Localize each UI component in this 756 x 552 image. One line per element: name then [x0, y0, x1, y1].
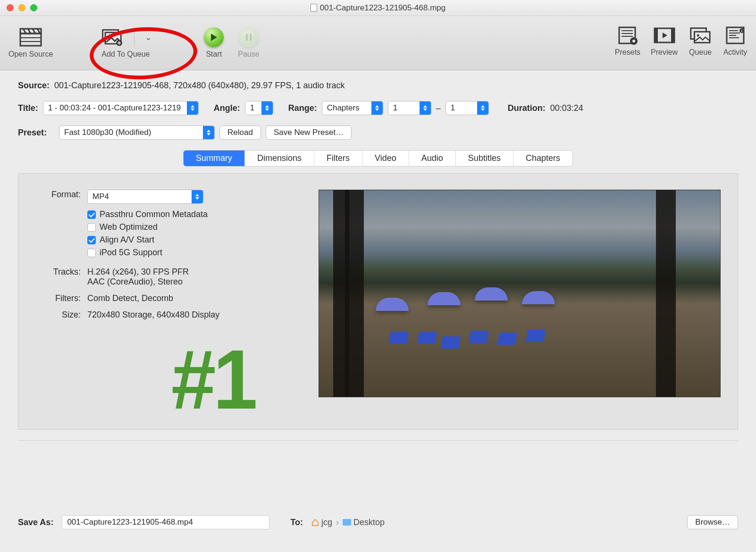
- source-row: Source: 001-Capture1223-121905-468, 720x…: [18, 81, 738, 91]
- activity-icon: i: [723, 25, 748, 45]
- duration-label: Duration:: [508, 103, 546, 113]
- start-button[interactable]: Start: [204, 27, 224, 59]
- preview-button[interactable]: Preview: [651, 25, 678, 57]
- title-config-row: Title: 1 - 00:03:24 - 001-Capture1223-12…: [18, 101, 738, 115]
- activity-button[interactable]: i Activity: [723, 25, 748, 57]
- svg-point-29: [697, 34, 699, 37]
- tab-video[interactable]: Video: [362, 151, 409, 166]
- align-av-label: Align A/V Start: [100, 235, 154, 245]
- main-content: Source: 001-Capture1223-121905-468, 720x…: [0, 70, 756, 441]
- preview-label: Preview: [651, 48, 678, 57]
- stepper-icon: [477, 101, 488, 115]
- divider: [18, 440, 738, 441]
- pause-button[interactable]: Pause: [238, 27, 259, 59]
- add-to-queue-button[interactable]: ⌄ Add To Queue: [99, 27, 152, 59]
- title-select[interactable]: 1 - 00:03:24 - 001-Capture1223-1219: [43, 101, 199, 115]
- tab-bar: Summary Dimensions Filters Video Audio S…: [18, 150, 738, 167]
- save-new-preset-label: Save New Preset…: [274, 128, 344, 137]
- source-label: Source:: [18, 81, 50, 91]
- tab-label: Audio: [421, 153, 443, 163]
- start-label: Start: [206, 50, 222, 59]
- save-as-input[interactable]: 001-Capture1223-121905-468.mp4: [62, 515, 269, 529]
- summary-size-value: 720x480 Storage, 640x480 Display: [87, 310, 300, 320]
- svg-marker-26: [663, 33, 667, 38]
- stepper-icon: [192, 190, 203, 203]
- tab-label: Subtitles: [468, 153, 501, 163]
- svg-rect-25: [671, 28, 674, 42]
- svg-point-10: [109, 34, 111, 37]
- svg-text:i: i: [741, 29, 742, 33]
- tab-subtitles[interactable]: Subtitles: [456, 151, 513, 166]
- tab-label: Video: [375, 153, 396, 163]
- range-from-select[interactable]: 1: [388, 101, 431, 115]
- queue-icon: [688, 25, 713, 45]
- window-title-text: 001-Capture1223-121905-468.mpg: [320, 3, 446, 13]
- range-to-select[interactable]: 1: [445, 101, 489, 115]
- tab-dimensions[interactable]: Dimensions: [245, 151, 314, 166]
- angle-select[interactable]: 1: [245, 101, 273, 115]
- range-label: Range:: [288, 103, 317, 113]
- summary-panel: Format: MP4 Passthru Common Metadata Web…: [18, 173, 738, 430]
- web-optimized-checkbox[interactable]: [87, 223, 96, 232]
- save-new-preset-button[interactable]: Save New Preset…: [266, 125, 352, 140]
- play-icon: [204, 27, 224, 47]
- angle-label: Angle:: [214, 103, 240, 113]
- angle-value: 1: [250, 103, 254, 113]
- folder-icon: [343, 519, 351, 526]
- video-preview: [319, 190, 721, 397]
- range-type-select[interactable]: Chapters: [322, 101, 383, 115]
- svg-rect-16: [250, 34, 252, 41]
- svg-point-22: [632, 40, 635, 42]
- toolbar: Open Source ⌄ Add To Queue Start Paus: [0, 16, 756, 70]
- format-select[interactable]: MP4: [87, 190, 203, 204]
- stepper-icon: [203, 126, 214, 139]
- summary-size-label: Size:: [35, 310, 81, 320]
- passthru-metadata-checkbox[interactable]: [87, 210, 96, 219]
- stepper-icon: [187, 101, 198, 115]
- title-select-value: 1 - 00:03:24 - 001-Capture1223-1219: [48, 103, 181, 113]
- tab-filters[interactable]: Filters: [314, 151, 362, 166]
- stepper-icon: [261, 101, 273, 115]
- preset-select[interactable]: Fast 1080p30 (Modified): [59, 125, 215, 140]
- svg-rect-28: [695, 32, 710, 42]
- pause-icon: [239, 27, 259, 47]
- open-source-button[interactable]: Open Source: [8, 27, 53, 59]
- web-optimized-label: Web Optimized: [100, 222, 158, 232]
- add-to-queue-label: Add To Queue: [101, 50, 150, 59]
- activity-label: Activity: [723, 48, 748, 57]
- clapperboard-icon: [18, 27, 43, 47]
- chevron-right-icon: ›: [336, 518, 339, 527]
- add-to-queue-icon: [99, 27, 124, 47]
- save-as-label: Save As:: [18, 518, 53, 527]
- footer: Save As: 001-Capture1223-121905-468.mp4 …: [0, 515, 756, 529]
- to-label: To:: [290, 518, 303, 527]
- svg-rect-0: [20, 33, 41, 46]
- browse-button[interactable]: Browse…: [687, 515, 738, 529]
- annotation-stamp: #1: [171, 331, 255, 428]
- destination-path[interactable]: jcg › Desktop: [311, 518, 385, 527]
- tracks-video-value: H.264 (x264), 30 FPS PFR: [87, 267, 300, 277]
- preset-label: Preset:: [18, 128, 47, 138]
- tab-audio[interactable]: Audio: [409, 151, 456, 166]
- reload-button[interactable]: Reload: [219, 125, 261, 140]
- summary-filters-label: Filters:: [35, 293, 81, 303]
- save-as-value: 001-Capture1223-121905-468.mp4: [67, 518, 193, 527]
- tab-chapters[interactable]: Chapters: [513, 151, 572, 166]
- presets-icon: [615, 25, 640, 45]
- title-label: Title:: [18, 103, 38, 113]
- stepper-icon: [420, 101, 431, 115]
- tab-summary[interactable]: Summary: [184, 151, 245, 166]
- tab-label: Filters: [327, 153, 350, 163]
- tab-label: Dimensions: [257, 153, 302, 163]
- summary-filters-value: Comb Detect, Decomb: [87, 293, 300, 303]
- queue-button[interactable]: Queue: [688, 25, 713, 57]
- range-dash: –: [436, 103, 441, 113]
- presets-button[interactable]: Presets: [615, 25, 640, 57]
- add-to-queue-dropdown[interactable]: ⌄: [145, 32, 152, 42]
- ipod-5g-checkbox[interactable]: [87, 249, 96, 257]
- queue-label: Queue: [689, 48, 712, 57]
- align-av-checkbox[interactable]: [87, 236, 96, 244]
- presets-label: Presets: [615, 48, 640, 57]
- tab-label: Chapters: [526, 153, 560, 163]
- tab-label: Summary: [196, 153, 232, 163]
